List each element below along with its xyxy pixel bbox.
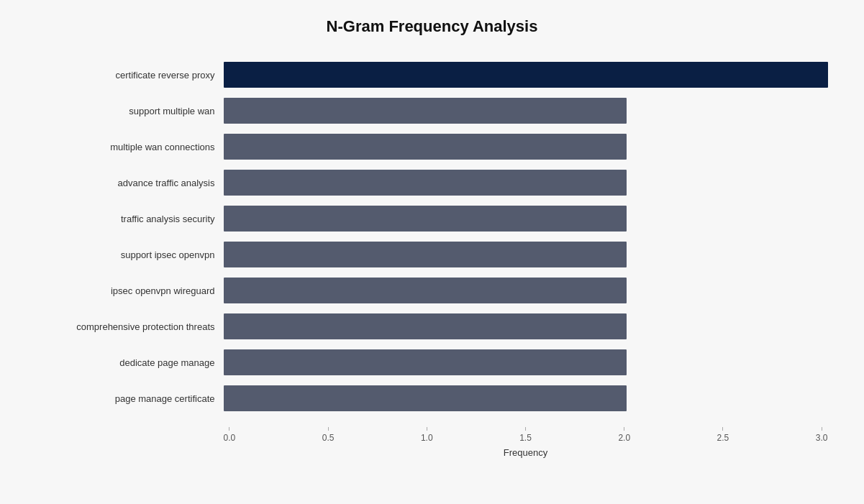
- x-axis-wrapper: 0.00.51.01.52.02.53.0: [224, 427, 828, 443]
- x-tick: 2.0: [618, 427, 630, 443]
- bar-track: [224, 385, 828, 411]
- chart-area: certificate reverse proxysupport multipl…: [37, 50, 828, 424]
- bar-row: certificate reverse proxy: [37, 58, 828, 92]
- bar-label: ipsec openvpn wireguard: [37, 285, 224, 296]
- bar-row: dedicate page manage: [37, 345, 828, 380]
- bar-track: [224, 206, 828, 232]
- x-axis-label: Frequency: [224, 447, 828, 458]
- chart-inner: certificate reverse proxysupport multipl…: [37, 50, 828, 458]
- tick-line: [722, 427, 723, 431]
- chart-title: N-Gram Frequency Analysis: [37, 17, 828, 36]
- bar-fill: [224, 242, 627, 267]
- chart-container: N-Gram Frequency Analysis certificate re…: [22, 3, 842, 501]
- bar-fill: [224, 206, 627, 232]
- tick-label: 2.5: [717, 433, 729, 443]
- tick-label: 2.0: [618, 433, 630, 443]
- bar-track: [224, 170, 828, 196]
- bar-label: comprehensive protection threats: [37, 321, 224, 332]
- bar-fill: [224, 385, 627, 411]
- tick-line: [427, 427, 427, 431]
- bar-label: certificate reverse proxy: [37, 70, 224, 81]
- bar-label: dedicate page manage: [37, 357, 224, 368]
- bar-row: traffic analysis security: [37, 201, 828, 236]
- tick-line: [822, 427, 822, 431]
- bar-label: advance traffic analysis: [37, 178, 224, 188]
- x-tick: 1.0: [421, 427, 433, 443]
- bar-label: support ipsec openvpn: [37, 249, 224, 260]
- bar-fill: [224, 62, 828, 88]
- bar-label: traffic analysis security: [37, 214, 224, 224]
- x-tick: 3.0: [816, 427, 828, 443]
- bar-track: [224, 98, 828, 124]
- bar-label: page manage certificate: [37, 393, 224, 404]
- tick-label: 1.0: [421, 433, 433, 443]
- bar-fill: [224, 134, 627, 160]
- bar-row: advance traffic analysis: [37, 165, 828, 200]
- bar-fill: [224, 313, 627, 339]
- tick-line: [328, 427, 329, 431]
- bar-row: support multiple wan: [37, 93, 828, 128]
- bar-fill: [224, 349, 627, 375]
- x-tick: 0.0: [224, 427, 236, 443]
- bar-row: support ipsec openvpn: [37, 237, 828, 272]
- bar-row: multiple wan connections: [37, 129, 828, 164]
- bar-track: [224, 278, 828, 303]
- tick-line: [229, 427, 229, 431]
- bar-row: ipsec openvpn wireguard: [37, 273, 828, 308]
- bar-fill: [224, 98, 627, 124]
- tick-label: 0.0: [224, 433, 236, 443]
- bar-track: [224, 242, 828, 267]
- bar-fill: [224, 170, 627, 196]
- bar-row: comprehensive protection threats: [37, 309, 828, 344]
- bar-track: [224, 313, 828, 339]
- bar-track: [224, 62, 828, 88]
- tick-label: 3.0: [816, 433, 828, 443]
- bar-label: multiple wan connections: [37, 142, 224, 152]
- tick-line: [624, 427, 624, 431]
- tick-line: [525, 427, 526, 431]
- tick-label: 1.5: [519, 433, 532, 443]
- x-tick: 1.5: [519, 427, 532, 443]
- bar-track: [224, 134, 828, 160]
- bar-label: support multiple wan: [37, 106, 224, 116]
- x-tick: 0.5: [322, 427, 335, 443]
- bar-row: page manage certificate: [37, 381, 828, 416]
- bar-fill: [224, 278, 627, 303]
- bar-track: [224, 349, 828, 375]
- x-tick: 2.5: [717, 427, 729, 443]
- tick-label: 0.5: [322, 433, 335, 443]
